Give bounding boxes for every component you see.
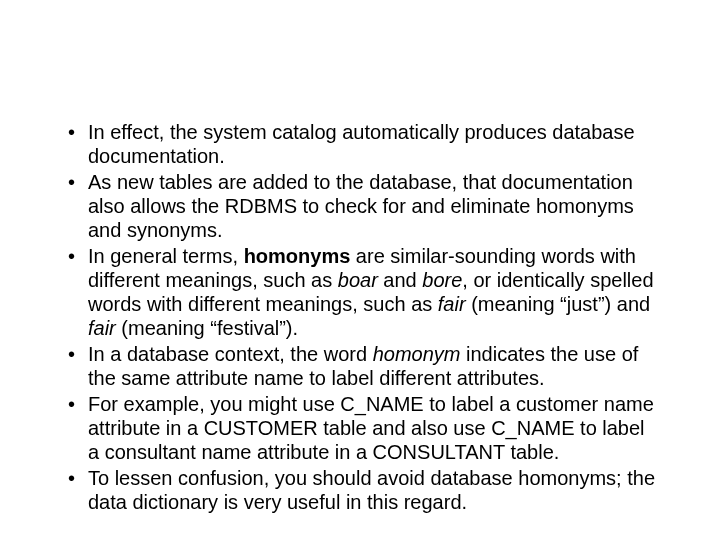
text-run: In effect, the system catalog automatica… <box>88 121 635 167</box>
bullet-item: In general terms, homonyms are similar-s… <box>88 244 660 340</box>
bullet-item: In a database context, the word homonym … <box>88 342 660 390</box>
text-run: fair <box>438 293 466 315</box>
bullet-item: To lessen confusion, you should avoid da… <box>88 466 660 514</box>
text-run: For example, you might use C_NAME to lab… <box>88 393 654 463</box>
text-run: fair <box>88 317 116 339</box>
text-run: (meaning “just”) and <box>466 293 651 315</box>
text-run: As new tables are added to the database,… <box>88 171 634 241</box>
bullet-item: For example, you might use C_NAME to lab… <box>88 392 660 464</box>
bullet-list: In effect, the system catalog automatica… <box>60 120 660 514</box>
bullet-item: In effect, the system catalog automatica… <box>88 120 660 168</box>
slide: In effect, the system catalog automatica… <box>0 0 720 540</box>
text-run: In a database context, the word <box>88 343 373 365</box>
text-run: homonyms <box>244 245 351 267</box>
text-run: and <box>378 269 422 291</box>
text-run: bore <box>422 269 462 291</box>
text-run: In general terms, <box>88 245 244 267</box>
text-run: (meaning “festival”). <box>116 317 298 339</box>
text-run: To lessen confusion, you should avoid da… <box>88 467 655 513</box>
text-run: homonym <box>373 343 461 365</box>
text-run: boar <box>338 269 378 291</box>
bullet-item: As new tables are added to the database,… <box>88 170 660 242</box>
